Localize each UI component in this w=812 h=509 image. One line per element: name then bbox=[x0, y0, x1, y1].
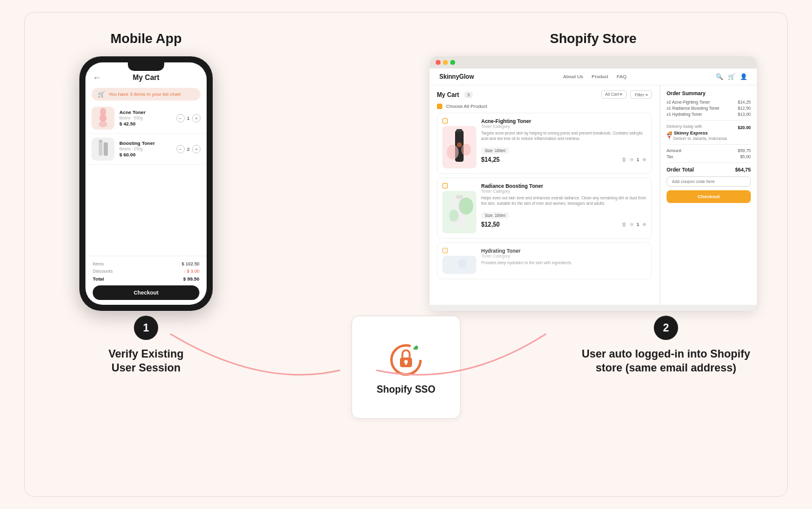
qty-increase-store-1[interactable]: ⊕ bbox=[642, 157, 647, 162]
step-2-text: User auto logged-in into Shopifystore (s… bbox=[582, 347, 750, 376]
product-info-3: Hydrating Toner Toner Category Provides … bbox=[481, 248, 647, 274]
svg-point-11 bbox=[447, 145, 459, 159]
delivery-service-name: Skinny Express bbox=[674, 130, 708, 136]
store-header: SkinnyGlow About Us Product FAQ 🔍 🛒 👤 bbox=[430, 68, 757, 85]
all-cart-filter[interactable]: All Cart ▾ bbox=[601, 90, 627, 99]
product-desc-3: Provides deep hydration to the skin with… bbox=[481, 260, 647, 265]
filter-btn[interactable]: Filter ≡ bbox=[630, 90, 652, 99]
order-total-label: Order Total bbox=[667, 167, 694, 173]
dot-red bbox=[436, 60, 441, 65]
shopify-browser: SkinnyGlow About Us Product FAQ 🔍 🛒 👤 bbox=[430, 56, 757, 311]
qty-decrease-store-2[interactable]: ⊖ bbox=[630, 222, 634, 227]
product-name-2: Radiance Boosting Toner bbox=[481, 183, 647, 189]
choose-all-checkbox[interactable] bbox=[437, 104, 442, 109]
items-label: Items bbox=[93, 261, 104, 267]
discounts-label: Discounts bbox=[93, 268, 113, 274]
store-checkout-button[interactable]: Checkout bbox=[667, 190, 751, 203]
item-img-1 bbox=[92, 107, 115, 130]
product-cat-2: Toner Category bbox=[481, 189, 647, 193]
product-size-1: Size: 100ml bbox=[481, 147, 509, 154]
svg-point-18 bbox=[458, 259, 467, 268]
amount-value: $59,75 bbox=[738, 148, 751, 153]
qty-value-1: 1 bbox=[187, 116, 190, 121]
product-size-2: Size: 100ml bbox=[481, 212, 509, 219]
summary-items-row: Items $ 102.50 bbox=[93, 261, 199, 267]
order-total-value: $64,75 bbox=[735, 167, 751, 173]
choose-all-label: Choose All Product bbox=[446, 104, 487, 109]
items-value: $ 102.50 bbox=[182, 261, 199, 267]
summary-total-row: Total $ 99.50 bbox=[93, 276, 199, 282]
delivery-label: Delivery today with bbox=[667, 124, 702, 128]
sso-center: Shopify SSO bbox=[345, 316, 467, 424]
cart-store-icon[interactable]: 🛒 bbox=[728, 73, 735, 80]
product-img-1 bbox=[442, 126, 476, 168]
qty-increase-1[interactable]: + bbox=[192, 114, 201, 122]
product-card-2: Radiance Boosting Toner Toner Category H… bbox=[437, 178, 652, 239]
svg-rect-7 bbox=[99, 140, 102, 142]
os-item-3-name: x1 Hydrating Toner bbox=[667, 112, 702, 116]
phone-header-title: My Cart bbox=[133, 73, 159, 82]
qty-increase-2[interactable]: + bbox=[192, 145, 201, 153]
nav-product[interactable]: Product bbox=[591, 74, 608, 79]
phone-screen: ← My Cart 🛒 You have 3 items in your lis… bbox=[85, 62, 207, 305]
qty-decrease-2[interactable]: − bbox=[176, 145, 185, 153]
os-divider-3 bbox=[667, 162, 751, 163]
user-icon[interactable]: 👤 bbox=[740, 73, 747, 80]
qty-decrease-1[interactable]: − bbox=[176, 114, 185, 122]
product-checkbox-2[interactable] bbox=[442, 183, 448, 188]
nav-about[interactable]: About Us bbox=[563, 74, 583, 79]
product-price-row-1: $14,25 🗑 ⊖ 1 ⊕ bbox=[481, 156, 647, 163]
os-item-3: x1 Hydrating Toner $13,00 bbox=[667, 112, 751, 116]
qty-control-2: − 2 + bbox=[176, 145, 201, 153]
item-name-1: Acne Toner bbox=[119, 110, 171, 115]
step-1-text: Verify ExistingUser Session bbox=[108, 347, 184, 376]
right-section: Shopify Store SkinnyGlow About Us bbox=[424, 31, 763, 311]
svg-point-16 bbox=[449, 210, 459, 222]
qty-control-1: − 1 + bbox=[176, 114, 201, 122]
qty-decrease-store-1[interactable]: ⊖ bbox=[630, 157, 634, 162]
product-info-2: Radiance Boosting Toner Toner Category H… bbox=[481, 183, 647, 233]
step-1-number: 1 bbox=[143, 322, 149, 334]
product-cat-3: Toner Category bbox=[481, 254, 647, 258]
item-variant-2: Beans · 250g bbox=[119, 147, 171, 151]
search-icon[interactable]: 🔍 bbox=[716, 73, 723, 80]
nav-faq[interactable]: FAQ bbox=[617, 74, 627, 79]
cart-item-1: Acne Toner Beans · 500g $ 42.50 − 1 + bbox=[85, 103, 207, 134]
bottom-section: 1 Verify ExistingUser Session bbox=[49, 316, 763, 424]
cart-title-store: My Cart bbox=[437, 91, 459, 98]
mobile-app-title: Mobile App bbox=[110, 31, 182, 47]
item-price-1: $ 42.50 bbox=[119, 121, 171, 127]
store-nav: About Us Product FAQ bbox=[563, 74, 627, 79]
svg-point-12 bbox=[461, 144, 471, 156]
product-actions-2: 🗑 ⊖ 1 ⊕ bbox=[622, 222, 647, 227]
os-amount-row: Amount $59,75 bbox=[667, 148, 751, 153]
svg-point-4 bbox=[99, 121, 107, 127]
product-price-1: $14,25 bbox=[481, 156, 500, 163]
discounts-value: - $ 3.00 bbox=[184, 268, 199, 274]
product-checkbox-3[interactable] bbox=[442, 248, 448, 253]
svg-rect-5 bbox=[99, 141, 102, 156]
cart-banner-text: You have 3 items in your list chart bbox=[108, 91, 181, 97]
delivery-location: 📍 Deliver to Jakarta, Indonesia bbox=[667, 136, 751, 141]
os-item-2-price: $12,50 bbox=[738, 106, 751, 110]
product-actions-1: 🗑 ⊖ 1 ⊕ bbox=[622, 157, 647, 162]
top-section: Mobile App ← My Cart 🛒 You have 3 items … bbox=[49, 31, 763, 311]
os-tax-row: Tax $5,00 bbox=[667, 155, 751, 159]
mobile-checkout-button[interactable]: Checkout bbox=[93, 285, 199, 300]
sso-icon bbox=[387, 339, 425, 378]
product-price-row-2: $12,50 🗑 ⊖ 1 ⊕ bbox=[481, 221, 647, 228]
delete-icon-1[interactable]: 🗑 bbox=[622, 157, 627, 162]
delete-icon-2[interactable]: 🗑 bbox=[622, 222, 627, 227]
item-details-2: Boosting Toner Beans · 250g $ 60.00 bbox=[119, 141, 171, 158]
total-value: $ 99.50 bbox=[183, 276, 199, 282]
step-2-circle: 2 bbox=[654, 316, 678, 340]
main-container: Mobile App ← My Cart 🛒 You have 3 items … bbox=[24, 12, 788, 497]
qty-increase-store-2[interactable]: ⊕ bbox=[642, 222, 647, 227]
coupon-input[interactable] bbox=[667, 176, 751, 187]
product-checkbox-1[interactable] bbox=[442, 118, 448, 124]
product-desc-2: Helps even out skin tone and enhances ov… bbox=[481, 195, 647, 206]
os-divider-1 bbox=[667, 120, 751, 121]
svg-rect-6 bbox=[104, 142, 108, 156]
phone-frame: ← My Cart 🛒 You have 3 items in your lis… bbox=[79, 56, 213, 311]
svg-rect-22 bbox=[405, 362, 407, 365]
